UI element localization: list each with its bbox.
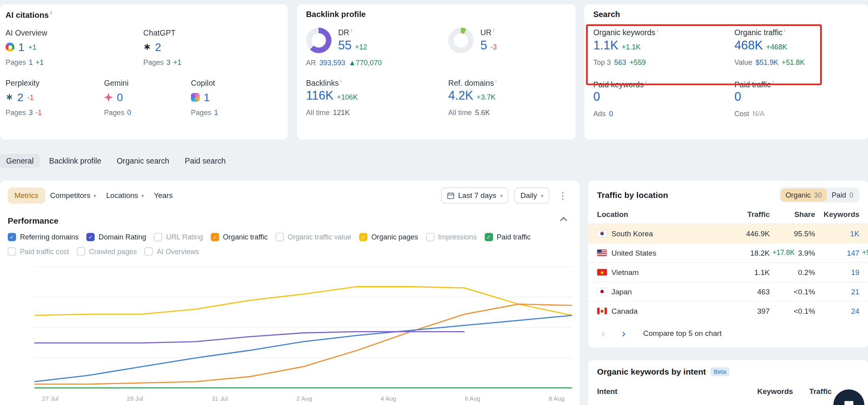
location-row-canada[interactable]: Canada 397 <0.1% 24	[588, 301, 868, 320]
info-icon[interactable]: i	[645, 79, 647, 85]
keywords-link[interactable]: 21	[851, 287, 859, 296]
chart-line-organic-pages	[34, 286, 572, 315]
metric-checkbox-organic-traffic[interactable]: ✓Organic traffic	[211, 233, 268, 241]
pages-link[interactable]: 1	[29, 58, 33, 66]
location-row-japan[interactable]: Japan 463 <0.1% 21	[588, 282, 868, 301]
share-cell: <0.1%	[770, 307, 815, 315]
country-name: United States	[611, 249, 656, 257]
metric-label: AI Overview	[6, 28, 143, 37]
performance-chart-svg	[34, 261, 572, 394]
info-icon[interactable]: i	[493, 28, 494, 33]
metric-checkbox-paid-traffic-cost[interactable]: Paid traffic cost	[8, 247, 69, 256]
location-row-south-korea[interactable]: South Korea 446.9K 95.5% 1K	[588, 224, 868, 243]
collapse-section-button[interactable]	[560, 217, 567, 224]
metric-checkbox-crawled-pages[interactable]: Crawled pages	[77, 247, 137, 256]
ai-citations-title: AI citationsi	[6, 10, 281, 19]
metric-checkbox-ai-overviews[interactable]: AI Overviews	[145, 247, 199, 256]
x-tick-label: 29 Jul	[127, 395, 143, 402]
metric-label: URi	[480, 28, 497, 37]
metric-checkbox-paid-traffic[interactable]: ✓Paid traffic	[485, 233, 530, 241]
competitors-dropdown[interactable]: Competitors▾	[45, 188, 101, 204]
ur-change: -3	[491, 42, 497, 51]
years-button[interactable]: Years	[149, 188, 178, 204]
chevron-down-icon: ▾	[541, 193, 543, 198]
alltime-label: All time	[306, 108, 330, 117]
keywords-link[interactable]: 24	[851, 307, 859, 315]
prev-page-button[interactable]: ‹	[597, 327, 610, 339]
info-icon[interactable]: i	[772, 79, 774, 85]
locations-dropdown[interactable]: Locations▾	[101, 188, 149, 204]
metric-checkbox-organic-pages[interactable]: ✓Organic pages	[359, 233, 418, 241]
alltime-value: 5.6K	[475, 108, 490, 117]
metric-checkbox-referring-domains[interactable]: ✓Referring domains	[8, 233, 79, 241]
tab-general[interactable]: General	[0, 154, 40, 168]
tab-paid-search[interactable]: Paid search	[179, 154, 232, 168]
checkbox-icon	[145, 247, 153, 256]
citations-change: -1	[27, 93, 34, 102]
info-icon[interactable]: i	[51, 10, 52, 15]
next-page-button[interactable]: ›	[617, 327, 630, 339]
paid-traffic-value: 0	[734, 90, 741, 104]
metric-value: ∗ 2 -1	[6, 91, 104, 104]
search-grid: Organic keywordsi 1.1K +1.1K Top 3 563 +…	[593, 28, 859, 118]
tab-backlink-profile[interactable]: Backlink profile	[43, 154, 108, 168]
metric-checkbox-domain-rating[interactable]: ✓Domain Rating	[87, 233, 146, 241]
metrics-button[interactable]: Metrics	[8, 188, 45, 204]
cost-value: N/A	[753, 110, 764, 118]
value-link[interactable]: $51.9K	[756, 58, 779, 66]
keywords-link[interactable]: 147	[847, 249, 860, 257]
gemini-icon	[104, 93, 113, 102]
locations-label: Locations	[106, 191, 138, 200]
ar-rank-link[interactable]: 393,593	[319, 58, 345, 67]
metric-url-rating: URi 5 -3	[448, 28, 567, 67]
info-icon[interactable]: i	[340, 78, 342, 83]
metric-paid-keywords: Paid keywordsi 0 Ads 0	[593, 79, 734, 118]
pages-link[interactable]: 3	[29, 108, 33, 117]
keywords-cell: 147+92	[815, 249, 859, 257]
metric-label: Perplexity	[6, 79, 104, 87]
granularity-dropdown[interactable]: Daily ▾	[514, 188, 549, 204]
info-icon[interactable]: i	[496, 78, 497, 83]
location-row-united-states[interactable]: United States 18.2K+17.8K 3.9% 147+92	[588, 243, 868, 262]
keywords-link[interactable]: 1K	[850, 229, 859, 237]
alltime-label: All time	[448, 108, 472, 117]
keywords-link[interactable]: 19	[851, 268, 859, 276]
country-name: South Korea	[611, 229, 653, 237]
pages-link[interactable]: 0	[127, 108, 131, 117]
traffic-cell: 397	[710, 307, 770, 315]
info-icon[interactable]: i	[657, 28, 658, 33]
intent-table-header: Intent Keywords Traffic	[597, 387, 832, 396]
toggle-paid[interactable]: Paid 0	[827, 188, 859, 201]
metric-checkbox-impressions[interactable]: Impressions	[426, 233, 477, 241]
tab-organic-search[interactable]: Organic search	[111, 154, 175, 168]
info-icon[interactable]: i	[784, 28, 785, 33]
location-row-vietnam[interactable]: Vietnam 1.1K 0.2% 19	[588, 262, 868, 282]
paid-keywords-value: 0	[593, 90, 600, 104]
x-tick-label: 27 Jul	[42, 395, 58, 402]
competitors-label: Competitors	[50, 191, 91, 200]
metric-checkbox-url-rating[interactable]: URL Rating	[154, 233, 203, 241]
flag-united-states-icon	[597, 249, 607, 256]
metric-value: 1.1K +1.1K	[593, 38, 734, 52]
backlinks-value: 116K	[306, 89, 334, 103]
pages-link[interactable]: 3	[166, 58, 170, 66]
metric-toggles-row-1: ✓Referring domains ✓Domain Rating URL Ra…	[8, 233, 571, 241]
performance-chart: 27 Jul29 Jul31 Jul2 Aug4 Aug6 Aug8 Aug	[34, 261, 572, 402]
x-tick-label: 31 Jul	[212, 395, 228, 402]
metric-label: Ref. domainsi	[448, 78, 567, 87]
more-options-button[interactable]: ⋮	[555, 190, 570, 201]
keywords-by-intent-title: Organic keywords by intent	[597, 367, 706, 376]
organic-traffic-value: 468K	[734, 38, 763, 52]
date-range-button[interactable]: Last 7 days ▾	[441, 188, 509, 204]
pages-link[interactable]: 1	[214, 108, 218, 117]
toggle-organic[interactable]: Organic 30	[781, 188, 827, 201]
top3-link[interactable]: 563	[614, 58, 626, 66]
info-icon[interactable]: i	[351, 28, 352, 33]
metric-checkbox-organic-traffic-value[interactable]: Organic traffic value	[275, 233, 351, 241]
google-icon-hole	[8, 45, 12, 49]
ads-link[interactable]: 0	[609, 110, 613, 118]
pages-change: +1	[36, 58, 44, 66]
performance-header: Performance	[8, 216, 571, 225]
top3-change: +559	[630, 58, 646, 66]
pages-label: Pages	[6, 108, 26, 117]
